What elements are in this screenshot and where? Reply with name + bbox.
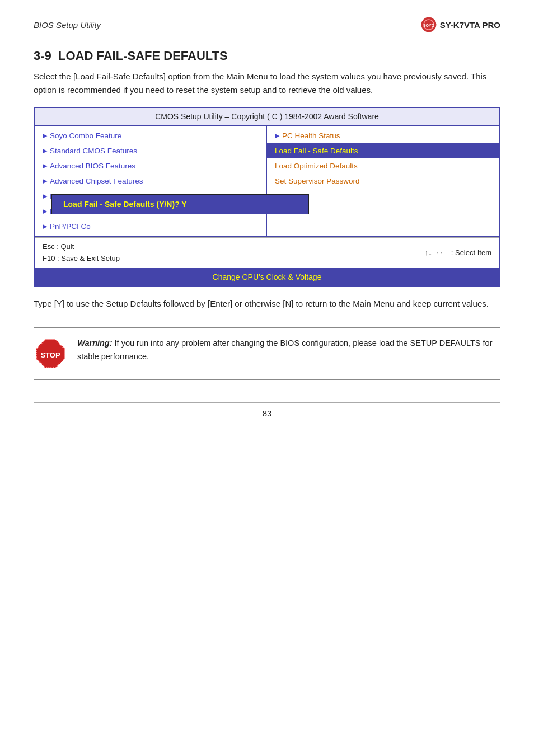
warning-text: Warning: If you run into any problem aft… xyxy=(77,337,500,364)
list-item[interactable]: Set Supervisor Password xyxy=(267,173,499,189)
bios-content-area: ▶ Soyo Combo Feature ▶ Standard CMOS Fea… xyxy=(35,126,499,237)
bios-footer: Esc : Quit F10 : Save & Exit Setup ↑↓→← … xyxy=(35,237,499,268)
after-text: Type [Y] to use the Setup Defaults follo… xyxy=(34,297,500,311)
list-item[interactable]: Load Optimized Defaults xyxy=(267,158,499,173)
header-divider xyxy=(34,46,500,46)
svg-text:STOP: STOP xyxy=(40,351,60,359)
bios-box-header: CMOS Setup Utility – Copyright ( C ) 198… xyxy=(35,108,499,126)
modal-prompt: Load Fail - Safe Defaults (Y/N)? Y xyxy=(51,194,309,214)
soyo-logo-icon: SOYO xyxy=(421,17,437,32)
bios-footer-left: Esc : Quit F10 : Save & Exit Setup xyxy=(43,241,120,265)
header-title: BIOS Setup Utility xyxy=(34,20,101,30)
bios-rows-with-modal: ▶ Integrated P ▶ Power Mana ▶ PnP/PCI Co… xyxy=(35,189,266,234)
bios-left-column: ▶ Soyo Combo Feature ▶ Standard CMOS Fea… xyxy=(35,126,267,236)
arrow-icon: ▶ xyxy=(43,162,47,170)
arrow-icon: ▶ xyxy=(43,223,47,230)
list-item[interactable]: ▶ PC Health Status xyxy=(267,128,499,143)
arrow-icon: ▶ xyxy=(43,177,47,185)
header-logo: SOYO SY-K7VTA PRO xyxy=(421,17,500,32)
warning-section: STOP Warning: If you run into any proble… xyxy=(34,327,500,380)
list-item[interactable]: ▶ Soyo Combo Feature xyxy=(35,128,266,143)
arrow-icon: ▶ xyxy=(275,132,279,139)
warning-body: If you run into any problem after changi… xyxy=(77,339,492,361)
stop-icon: STOP xyxy=(34,337,67,370)
list-item-selected[interactable]: Load Fail - Safe Defaults xyxy=(267,143,499,158)
section-title: 3-9 LOAD FAIL-SAFE DEFAULTS xyxy=(34,49,500,63)
warning-label: Warning: xyxy=(77,339,113,348)
page-header: BIOS Setup Utility SOYO SY-K7VTA PRO xyxy=(34,17,500,36)
bios-box: CMOS Setup Utility – Copyright ( C ) 198… xyxy=(34,107,500,287)
list-item[interactable]: ▶ Advanced Chipset Features xyxy=(35,173,266,189)
footer-quit: Esc : Quit xyxy=(43,241,120,253)
arrow-icon: ▶ xyxy=(43,192,47,200)
arrow-icon: ▶ xyxy=(43,208,47,215)
list-item[interactable]: ▶ PnP/PCI Co xyxy=(35,219,266,234)
list-item[interactable]: ▶ Advanced BIOS Features xyxy=(35,158,266,173)
arrow-icon: ▶ xyxy=(43,147,47,154)
bios-footer-right: ↑↓→← : Select Item xyxy=(425,241,491,265)
page-number: 83 xyxy=(34,402,500,418)
bios-right-column: ▶ PC Health Status Load Fail - Safe Defa… xyxy=(267,126,499,236)
svg-text:SOYO: SOYO xyxy=(423,24,435,27)
list-item[interactable]: ▶ Standard CMOS Features xyxy=(35,143,266,158)
intro-text: Select the [Load Fail-Safe Defaults] opt… xyxy=(34,70,500,97)
bios-bottom-bar: Change CPU's Clock & Voltage xyxy=(35,268,499,286)
select-item-label: : Select Item xyxy=(451,248,491,257)
arrow-icon: ▶ xyxy=(43,132,47,139)
logo-text: SY-K7VTA PRO xyxy=(440,20,500,30)
footer-save: F10 : Save & Exit Setup xyxy=(43,253,120,265)
arrow-keys: ↑↓→← xyxy=(425,248,447,257)
